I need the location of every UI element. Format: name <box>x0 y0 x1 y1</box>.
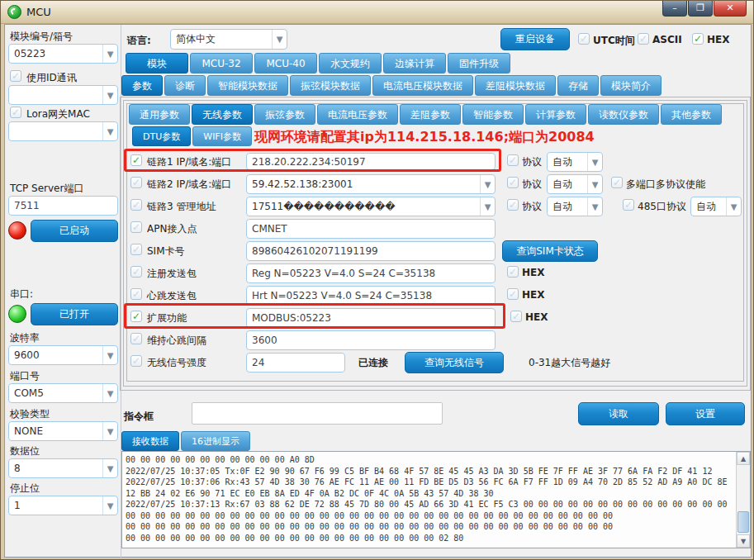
utc-time-checkbox[interactable] <box>578 33 590 45</box>
chevron-down-icon[interactable]: ▼ <box>102 496 117 515</box>
hrt-packet-checkbox[interactable] <box>130 288 142 300</box>
data-bits-combo[interactable]: 8 ▼ <box>8 458 118 478</box>
link1-input[interactable] <box>246 153 496 170</box>
log-scrollbar[interactable]: ▲ ▼ <box>736 452 750 548</box>
tab[interactable]: 电流电压模块数据 <box>372 75 473 96</box>
baud-combo[interactable]: 9600 ▼ <box>8 345 118 365</box>
tab[interactable]: 读数仪参数 <box>588 104 659 125</box>
tab[interactable]: 振弦模块数据 <box>290 75 371 96</box>
reg-packet-input[interactable] <box>246 263 496 283</box>
tab[interactable]: 模块简介 <box>600 75 662 96</box>
keepalive-input[interactable] <box>246 330 496 350</box>
apn-input[interactable] <box>246 219 496 239</box>
tab[interactable]: 诊断 <box>164 75 206 96</box>
tab[interactable]: MCU-32 <box>190 53 253 74</box>
multi-port-checkbox[interactable] <box>611 177 623 188</box>
serial-open-button[interactable]: 已打开 <box>31 303 118 325</box>
chevron-down-icon[interactable]: ▼ <box>480 197 495 216</box>
tab[interactable]: 计算参数 <box>525 104 586 125</box>
link2-combo[interactable]: 59.42.52.138:23001 ▼ <box>246 174 496 194</box>
tab[interactable]: 参数 <box>121 75 163 96</box>
link1-checkbox[interactable] <box>130 154 142 166</box>
com-combo[interactable]: COM5 ▼ <box>8 383 118 403</box>
chevron-down-icon[interactable]: ▼ <box>726 197 741 216</box>
tab[interactable]: 差阻模块数据 <box>475 75 556 96</box>
tab[interactable]: 水文规约 <box>319 53 382 74</box>
tab[interactable]: 存储 <box>557 75 599 96</box>
chevron-down-icon[interactable]: ▼ <box>102 384 117 402</box>
link3-proto-checkbox[interactable] <box>507 199 519 211</box>
tcp-port-input[interactable] <box>8 196 118 216</box>
signal-input[interactable] <box>246 353 345 373</box>
chevron-down-icon[interactable]: ▼ <box>102 45 117 63</box>
chevron-down-icon[interactable]: ▼ <box>587 153 602 171</box>
tab[interactable]: 无线参数 <box>192 104 253 125</box>
tab[interactable]: 智能参数 <box>462 104 524 125</box>
chevron-down-icon[interactable]: ▼ <box>587 175 602 193</box>
tab[interactable]: 固件升级 <box>448 53 510 74</box>
ascii-checkbox[interactable] <box>638 33 649 45</box>
apn-checkbox[interactable] <box>130 221 142 233</box>
chevron-down-icon[interactable]: ▼ <box>102 459 117 477</box>
minimize-button[interactable]: – <box>662 1 687 17</box>
tab[interactable]: 电流电压参数 <box>317 104 398 125</box>
tab[interactable]: 模块 <box>126 53 188 74</box>
set-button[interactable]: 设置 <box>666 402 745 425</box>
lora-mac-checkbox[interactable] <box>10 107 21 118</box>
hex-checkbox[interactable] <box>692 33 704 45</box>
maximize-button[interactable]: ❐ <box>688 1 713 17</box>
scroll-track[interactable] <box>737 465 750 534</box>
link2-checkbox[interactable] <box>130 177 142 188</box>
ext-input[interactable] <box>246 308 496 328</box>
hrt-hex-checkbox[interactable] <box>507 288 519 300</box>
tab[interactable]: 通用参数 <box>129 104 190 125</box>
tab[interactable]: MCU-40 <box>254 53 317 74</box>
link2-proto-combo[interactable]: 自动 ▼ <box>547 174 603 194</box>
keepalive-checkbox[interactable] <box>130 333 142 344</box>
tab[interactable]: 其他参数 <box>661 104 722 125</box>
hrt-packet-input[interactable] <box>246 286 496 306</box>
chevron-down-icon[interactable]: ▼ <box>102 346 117 364</box>
chevron-down-icon[interactable]: ▼ <box>272 30 287 49</box>
parity-combo[interactable]: NONE ▼ <box>8 421 118 441</box>
title-bar[interactable]: MCU – ❐ ✕ <box>1 1 753 24</box>
language-combo[interactable]: 简体中文 ▼ <box>170 29 287 50</box>
stop-bits-combo[interactable]: 1 ▼ <box>8 496 118 515</box>
rs485-proto-checkbox[interactable] <box>623 199 634 211</box>
link3-checkbox[interactable] <box>130 199 142 211</box>
lora-mac-combo[interactable]: ▼ <box>8 121 118 141</box>
link1-proto-checkbox[interactable] <box>507 154 519 166</box>
sim-input[interactable] <box>246 241 496 261</box>
reg-packet-checkbox[interactable] <box>130 266 142 278</box>
restart-device-button[interactable]: 重启设备 <box>500 28 570 50</box>
read-button[interactable]: 读取 <box>578 402 659 425</box>
scroll-down-icon[interactable]: ▼ <box>737 534 750 548</box>
link3-proto-combo[interactable]: 自动 ▼ <box>547 197 603 216</box>
id-combo[interactable]: ▼ <box>8 85 118 105</box>
tab[interactable]: 差阻参数 <box>400 104 461 125</box>
ext-checkbox[interactable] <box>130 311 142 322</box>
log-tab[interactable]: 接收数据 <box>121 431 179 451</box>
chevron-down-icon[interactable]: ▼ <box>480 175 495 193</box>
chevron-down-icon[interactable]: ▼ <box>102 86 117 104</box>
link3-combo[interactable]: 17511����������� ▼ <box>246 197 496 216</box>
chevron-down-icon[interactable]: ▼ <box>587 197 602 216</box>
command-input[interactable] <box>192 402 443 425</box>
chevron-down-icon[interactable]: ▼ <box>102 422 117 440</box>
query-signal-button[interactable]: 查询无线信号 <box>405 352 504 373</box>
tcp-start-button[interactable]: 已启动 <box>31 220 118 242</box>
ext-hex-checkbox[interactable] <box>510 311 522 322</box>
tab[interactable]: DTU参数 <box>132 126 191 146</box>
scroll-thumb[interactable] <box>737 511 749 533</box>
tab[interactable]: 智能模块数据 <box>207 75 288 96</box>
use-id-checkbox[interactable] <box>10 70 21 82</box>
tab[interactable]: 边缘计算 <box>383 53 446 74</box>
tab[interactable]: 振弦参数 <box>254 104 315 125</box>
query-sim-button[interactable]: 查询SIM卡状态 <box>502 240 598 262</box>
link2-proto-checkbox[interactable] <box>507 177 519 188</box>
module-no-combo[interactable]: 05223 ▼ <box>8 44 118 64</box>
log-tab[interactable]: 16进制显示 <box>181 431 250 451</box>
close-button[interactable]: ✕ <box>714 1 747 17</box>
reg-hex-checkbox[interactable] <box>507 266 519 278</box>
scroll-up-icon[interactable]: ▲ <box>737 452 750 465</box>
